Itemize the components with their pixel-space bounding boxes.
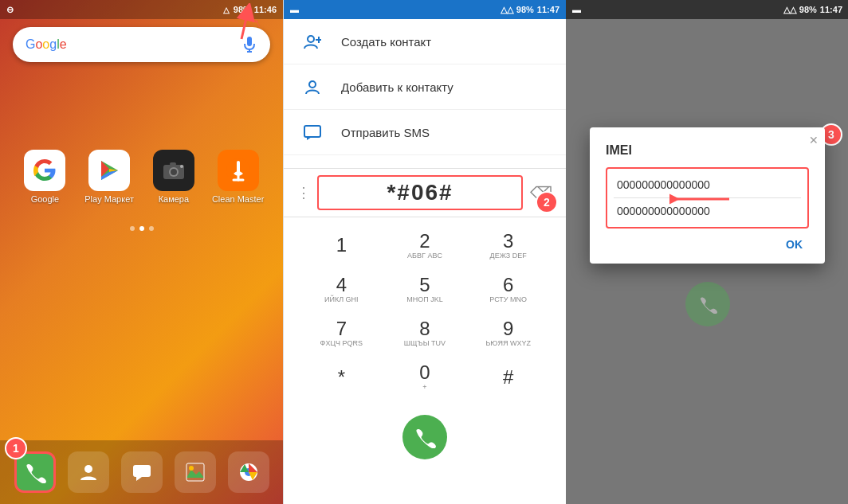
dialer-input-row: ⋮ *#06# ⌫: [284, 168, 566, 217]
key-2[interactable]: 2 АБВГ ABC: [383, 224, 467, 268]
svg-point-6: [171, 169, 177, 175]
key-7[interactable]: 7 ФХЦЧ PQRS: [300, 311, 383, 355]
camera-icon: [153, 150, 194, 191]
app-grid: Google Play Маркет: [0, 70, 283, 220]
dot-1: [130, 226, 135, 231]
key-9[interactable]: 9 ЬЮЯЯ WXYZ: [466, 311, 550, 355]
digit-8: 8: [419, 319, 430, 338]
page-indicator: [0, 226, 283, 231]
time-3: 11:47: [820, 5, 842, 14]
dot-3: [149, 226, 154, 231]
panel-dialer: ▬ △△ 98% 11:47 Создать контакт: [283, 0, 566, 504]
app-cleanmaster[interactable]: Clean Master: [209, 150, 267, 204]
svg-rect-18: [186, 463, 204, 481]
arrow-annotation-3: [669, 183, 733, 215]
svg-marker-15: [136, 477, 142, 481]
svg-point-25: [309, 81, 316, 88]
svg-rect-26: [304, 126, 320, 137]
add-to-contact-icon: [303, 77, 322, 96]
send-sms-label: Отправить SMS: [341, 126, 430, 139]
create-contact-label: Создать контакт: [341, 35, 431, 49]
battery-3: 98%: [799, 5, 817, 14]
digit-9: 9: [503, 319, 513, 338]
key-0[interactable]: 0 +: [383, 355, 467, 399]
time-2: 11:47: [537, 5, 559, 14]
status-left-icons: ⊖: [6, 5, 14, 15]
dock-messages-icon[interactable]: [121, 451, 163, 493]
imei-ok-row: OK: [606, 235, 809, 254]
numpad: 1 2 АБВГ ABC 3 ДЕЖЗ DEF 4 ИЙКЛ GHI 5 МНО…: [284, 217, 566, 405]
imei-ok-button[interactable]: OK: [779, 235, 809, 254]
notification-icon-3: ▬: [572, 5, 581, 14]
battery-2: 98%: [516, 5, 534, 14]
cleanmaster-label: Clean Master: [212, 194, 264, 204]
play-market-label: Play Маркет: [84, 194, 134, 204]
dialer-menu: Создать контакт Добавить к контакту Отпр…: [284, 19, 566, 168]
app-play[interactable]: Play Маркет: [80, 150, 139, 204]
key-3[interactable]: 3 ДЕЖЗ DEF: [466, 224, 550, 268]
digit-6: 6: [503, 275, 513, 295]
key-hash[interactable]: #: [466, 355, 550, 399]
notification-icon-2: ▬: [290, 5, 299, 14]
create-contact-item[interactable]: Создать контакт: [284, 19, 566, 64]
digit-2: 2: [419, 232, 430, 251]
step-badge-2: 2: [536, 191, 558, 213]
status-bar-imei: ▬ △△ 98% 11:47: [566, 0, 848, 19]
panel-imei: ▬ △△ 98% 11:47 7ФХЦЧ PQRS 8ШЩЪЫ TUV 9ЬЮЯ…: [566, 0, 848, 504]
key-4[interactable]: 4 ИЙКЛ GHI: [300, 268, 383, 311]
dialer-number-display: *#06#: [317, 175, 523, 210]
google-app-icon: [24, 150, 65, 191]
send-sms-icon: [303, 123, 322, 142]
digit-4: 4: [336, 275, 347, 295]
arrow-svg-1: [218, 3, 257, 43]
bottom-dock: [0, 440, 283, 504]
dialer-grip-icon: ⋮: [296, 184, 311, 201]
digit-1: 1: [336, 236, 347, 255]
camera-label: Камера: [159, 194, 189, 204]
digit-3: 3: [503, 232, 513, 251]
key-5[interactable]: 5 МНОП JKL: [383, 268, 467, 311]
svg-point-19: [189, 466, 194, 471]
play-market-icon: [88, 150, 130, 191]
svg-point-22: [308, 36, 314, 42]
key-8[interactable]: 8 ШЩЪЫ TUV: [383, 311, 467, 355]
time-display: 11:46: [254, 5, 277, 14]
status-bar-dialer: ▬ △△ 98% 11:47: [284, 0, 566, 19]
panel-home: ⊖ △ 98% 11:46 ↑ Google: [0, 0, 283, 504]
add-to-contact-item[interactable]: Добавить к контакту: [284, 64, 566, 110]
key-1[interactable]: 1: [300, 224, 383, 268]
dock-gallery-icon[interactable]: [175, 451, 216, 493]
imei-dialog-title: IMEI: [606, 143, 809, 158]
call-button[interactable]: [402, 415, 447, 459]
signal-icon-2: △△: [501, 5, 513, 15]
svg-rect-7: [170, 162, 176, 166]
svg-point-13: [84, 465, 92, 473]
cleanmaster-icon: [218, 150, 259, 191]
dialog-close-icon[interactable]: ✕: [809, 134, 819, 147]
digit-5: 5: [419, 275, 430, 295]
bg-call-button: [685, 282, 730, 326]
svg-point-8: [180, 165, 183, 168]
add-to-contact-label: Добавить к контакту: [341, 80, 453, 94]
key-6[interactable]: 6 РСТУ MNO: [466, 268, 550, 311]
create-contact-icon: [303, 32, 322, 51]
google-app-label: Google: [31, 194, 59, 204]
svg-rect-14: [133, 465, 151, 477]
do-not-disturb-icon: ⊖: [6, 5, 14, 15]
dot-2: [139, 226, 144, 231]
app-camera[interactable]: Камера: [145, 150, 203, 204]
svg-line-0: [241, 11, 248, 39]
status-left-2: ▬: [290, 5, 299, 14]
google-logo: Google: [26, 37, 67, 52]
dock-chrome-icon[interactable]: [228, 451, 269, 493]
signal-icon-3: △△: [783, 5, 796, 15]
status-left-3: ▬: [572, 5, 581, 14]
step-badge-1: 1: [5, 437, 27, 459]
key-star[interactable]: *: [300, 355, 383, 399]
send-sms-item[interactable]: Отправить SMS: [284, 110, 566, 155]
app-google[interactable]: Google: [16, 150, 74, 204]
digit-7: 7: [336, 319, 347, 338]
dock-contacts-icon[interactable]: [68, 451, 109, 493]
